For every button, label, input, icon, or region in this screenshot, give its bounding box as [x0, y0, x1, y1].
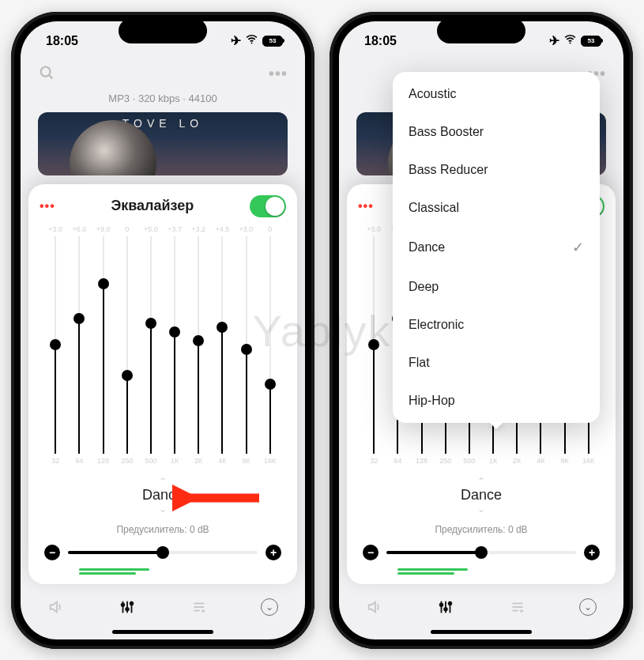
- preset-option-label: Bass Reducer: [409, 163, 488, 177]
- db-labels: +3.0+6.0+9.00+5.0+3.7+3.2+4.5+3.00: [40, 222, 286, 236]
- preset-option-label: Deep: [409, 280, 439, 294]
- preamp-minus-button[interactable]: −: [363, 545, 378, 560]
- preset-option-label: Bass Booster: [409, 125, 484, 139]
- airplane-icon: ✈︎: [549, 33, 559, 48]
- preset-option-flat[interactable]: Flat: [393, 344, 600, 382]
- more-icon[interactable]: •••: [269, 65, 288, 83]
- tab-speaker[interactable]: [366, 598, 383, 616]
- svg-point-18: [444, 607, 447, 610]
- preset-option-dance[interactable]: Dance✓: [393, 227, 600, 268]
- preset-option-acoustic[interactable]: Acoustic: [393, 75, 600, 113]
- sheet-menu-icon[interactable]: •••: [40, 199, 55, 213]
- check-icon: ✓: [572, 239, 584, 256]
- menu-pointer-icon: [488, 421, 504, 429]
- wifi-icon: [563, 32, 577, 49]
- search-icon[interactable]: [38, 64, 55, 85]
- airplane-icon: ✈︎: [231, 33, 241, 48]
- phone-right: 18:05 ✈︎ 53 ••• . ••• Эквалайзер: [330, 12, 633, 649]
- status-time: 18:05: [46, 34, 78, 48]
- preset-option-bass-booster[interactable]: Bass Booster: [393, 113, 600, 151]
- preset-option-classical[interactable]: Classical: [393, 189, 600, 227]
- status-indicators: ✈︎ 53: [231, 32, 283, 49]
- level-meter: [358, 568, 604, 571]
- battery-badge: 53: [262, 36, 283, 47]
- level-meter: [40, 568, 286, 571]
- eq-header: ••• Эквалайзер: [40, 195, 286, 217]
- svg-point-5: [122, 603, 125, 606]
- svg-point-1: [41, 66, 51, 76]
- home-indicator: [431, 630, 532, 634]
- sheet-menu-icon[interactable]: •••: [358, 199, 374, 213]
- wifi-icon: [245, 32, 258, 49]
- album-art[interactable]: TOVE LO: [38, 112, 288, 175]
- tab-equalizer[interactable]: [437, 598, 454, 616]
- eq-band-500[interactable]: [140, 236, 163, 454]
- eq-band-16К[interactable]: [258, 236, 281, 454]
- tab-collapse[interactable]: ⌄: [261, 598, 278, 616]
- phone-left: 18:05 ✈︎ 53 ••• MP3 · 320 kbps · 44100 T…: [11, 12, 314, 649]
- status-indicators: ✈︎ 53: [549, 32, 601, 49]
- preset-option-label: Classical: [409, 201, 459, 215]
- tab-collapse[interactable]: ⌄: [579, 598, 597, 616]
- equalizer-sheet: ••• Эквалайзер +3.0+6.0+9.00+5.0+3.7+3.2…: [28, 184, 297, 584]
- home-indicator: [112, 630, 213, 634]
- eq-band-64[interactable]: [68, 236, 91, 454]
- chevron-up-icon: ⌃: [358, 477, 604, 485]
- preset-option-label: Dance: [409, 240, 445, 255]
- battery-badge: 53: [581, 36, 601, 47]
- chevron-down-circle-icon: ⌄: [579, 598, 597, 616]
- eq-band-128[interactable]: [92, 236, 115, 454]
- preset-option-electronic[interactable]: Electronic: [393, 306, 600, 344]
- chevron-down-circle-icon: ⌄: [261, 598, 278, 616]
- preamp-slider-row: − +: [358, 535, 604, 565]
- dynamic-island: [119, 18, 207, 43]
- eq-sliders[interactable]: [40, 236, 286, 454]
- tab-playlist[interactable]: [508, 598, 525, 616]
- bottom-tab-bar: ⌄: [339, 589, 623, 625]
- screen-left: 18:05 ✈︎ 53 ••• MP3 · 320 kbps · 44100 T…: [21, 21, 305, 639]
- svg-point-0: [251, 43, 253, 44]
- preamp-slider[interactable]: [68, 551, 258, 554]
- screen-right: 18:05 ✈︎ 53 ••• . ••• Эквалайзер: [339, 21, 623, 639]
- dynamic-island: [437, 18, 525, 43]
- eq-band-1К[interactable]: [164, 236, 186, 454]
- preset-option-label: Flat: [409, 356, 430, 370]
- tab-playlist[interactable]: [190, 598, 207, 616]
- preset-selector[interactable]: ⌃ Dance ⌄: [358, 477, 604, 513]
- eq-band-2К[interactable]: [187, 236, 210, 454]
- eq-band-8К[interactable]: [235, 236, 258, 454]
- preset-option-hip-hop[interactable]: Hip-Hop: [393, 382, 600, 420]
- tab-speaker[interactable]: [47, 598, 65, 616]
- preamp-plus-button[interactable]: +: [584, 545, 600, 560]
- preamp-minus-button[interactable]: −: [44, 545, 60, 560]
- chevron-down-icon: ⌄: [358, 505, 604, 513]
- freq-labels: 32641282505001К2К4К8К16К: [40, 454, 286, 468]
- preamp-slider[interactable]: [386, 551, 576, 554]
- eq-band-4К[interactable]: [211, 236, 234, 454]
- preamp-label: Предусилитель: 0 dB: [358, 524, 604, 535]
- eq-band-250[interactable]: [115, 236, 138, 454]
- svg-point-20: [449, 602, 452, 605]
- preset-option-label: Electronic: [409, 318, 464, 332]
- preamp-plus-button[interactable]: +: [266, 545, 281, 560]
- preset-option-deep[interactable]: Deep: [393, 268, 600, 306]
- preset-selector[interactable]: ⌃ Dance ⌄: [40, 477, 286, 513]
- level-meter-2: [40, 572, 286, 575]
- preamp-label: Предусилитель: 0 dB: [40, 524, 286, 535]
- preset-option-bass-reducer[interactable]: Bass Reducer: [393, 151, 600, 189]
- svg-marker-24: [521, 609, 525, 613]
- status-time: 18:05: [364, 34, 397, 48]
- eq-title: Эквалайзер: [111, 198, 194, 214]
- app-top-bar: •••: [21, 61, 305, 92]
- tab-equalizer[interactable]: [119, 598, 136, 616]
- svg-point-7: [126, 607, 129, 610]
- svg-point-9: [130, 602, 134, 605]
- preset-menu: AcousticBass BoosterBass ReducerClassica…: [393, 72, 600, 423]
- eq-toggle[interactable]: [250, 195, 286, 217]
- svg-line-2: [49, 75, 52, 78]
- eq-band-32[interactable]: [363, 236, 386, 454]
- file-meta: MP3 · 320 kbps · 44100: [21, 92, 305, 104]
- eq-band-32[interactable]: [44, 236, 67, 454]
- svg-marker-13: [202, 609, 206, 613]
- preset-name: Dance: [358, 485, 604, 505]
